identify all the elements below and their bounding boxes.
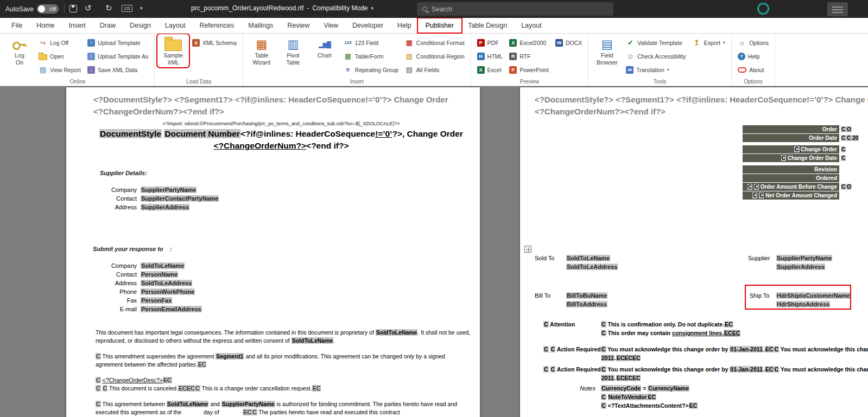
tab-file[interactable]: File — [4, 19, 29, 32]
field-value[interactable]: SupplierAddress — [141, 204, 189, 210]
tab-references[interactable]: References — [192, 19, 241, 32]
autosave-toggle[interactable]: Off — [37, 4, 59, 14]
translation-button[interactable]: Translation — [624, 63, 688, 76]
tab-table-design[interactable]: Table Design — [461, 19, 514, 32]
preview-powerpoint-button[interactable]: PowerPoint — [507, 63, 551, 76]
open-button[interactable]: Open — [36, 50, 83, 62]
sample-xml-label-line1: Sample — [163, 52, 183, 59]
page-right[interactable]: <?DocumentStyle?> <?Segment1?> <?if@inli… — [520, 87, 868, 417]
validate-template-button[interactable]: Validate Template — [624, 36, 688, 49]
supplier-address-field[interactable]: SupplierAddress — [776, 264, 825, 270]
summary-value[interactable]: C C 20 — [839, 134, 868, 142]
summary-label: C Change Order — [743, 145, 839, 153]
pivot-table-label-line1: Pivot — [287, 52, 299, 59]
tab-publisher[interactable]: Publisher — [419, 19, 461, 32]
preview-docx-button[interactable]: DOCX — [553, 36, 584, 49]
preview-rtf-button[interactable]: RTF — [507, 50, 551, 62]
bill-to-name-field[interactable]: BillToBuName — [566, 292, 607, 299]
supplier-name-field[interactable]: SupplierPartyName — [776, 255, 832, 261]
view-report-button[interactable]: View Report — [36, 63, 83, 76]
numbering-quick-access-icon[interactable] — [122, 5, 132, 12]
ribbon-group-tools: Field Browser Validate Template Check Ac… — [588, 34, 732, 86]
export-button[interactable]: Export — [690, 36, 727, 49]
conditional-format-button[interactable]: Conditional Format — [403, 36, 467, 49]
upload-template-as-button[interactable]: Upload Template As — [85, 50, 150, 62]
save-icon[interactable] — [69, 5, 77, 12]
all-fields-button[interactable]: All Fields — [403, 63, 467, 76]
check-accessibility-button[interactable]: Check Accessibility — [624, 50, 688, 62]
options-button[interactable]: Options — [736, 36, 771, 49]
field-value[interactable]: PersonName — [141, 271, 178, 278]
summary-value[interactable]: C O — [839, 183, 868, 191]
table-form-button[interactable]: Table/Form — [341, 50, 401, 62]
repeating-group-button[interactable]: Repeating Group — [341, 63, 401, 76]
tab-help[interactable]: Help — [390, 19, 419, 32]
table-wizard-button[interactable]: Table Wizard — [247, 35, 276, 66]
pivot-table-button[interactable]: Pivot Table — [278, 35, 308, 66]
document-title[interactable]: prc_pocomm_OrderLayoutRedwood.rtf - Comp… — [191, 4, 373, 12]
title-chevron-icon — [371, 5, 373, 11]
conditional-format-label: Conditional Format — [416, 40, 465, 46]
preview-pdf-button[interactable]: PDF — [475, 36, 505, 49]
supplier-company-row: Company SupplierPartyName — [66, 187, 349, 195]
help-button[interactable]: Help — [736, 50, 771, 62]
chart-button[interactable]: Chart — [310, 35, 339, 59]
tab-view[interactable]: View — [316, 19, 345, 32]
field-value[interactable]: SupplierContactPartyName — [141, 195, 219, 202]
tab-draw[interactable]: Draw — [93, 19, 123, 32]
conditional-region-button[interactable]: Conditional Region — [403, 50, 467, 62]
export-dropdown-icon — [723, 40, 725, 45]
log-off-button[interactable]: Log Off — [36, 36, 83, 49]
sold-to-address-field[interactable]: SoldToLeAddress — [566, 264, 618, 270]
action-required-line2-1: 2011.ECECEC — [601, 355, 641, 361]
preview-html-button[interactable]: HTML — [475, 50, 505, 62]
ribbon-group-insert: Table Wizard Pivot Table Chart 123 Field… — [243, 34, 471, 86]
quick-access-more-icon[interactable] — [140, 5, 143, 11]
field-value[interactable]: SoldToLeAddress — [141, 280, 192, 286]
summary-value[interactable]: C O — [839, 125, 868, 133]
tab-table-layout[interactable]: Layout — [514, 19, 549, 32]
sold-to-name-field[interactable]: SoldToLeName — [566, 255, 610, 261]
group-label-preview: Preview — [471, 79, 588, 85]
page-left[interactable]: <?DocumentStyle?> <?Segment1?> <?if@inli… — [66, 87, 480, 417]
table-move-handle[interactable] — [524, 246, 531, 253]
tab-design[interactable]: Design — [123, 19, 158, 32]
account-avatar-ring[interactable] — [757, 3, 769, 15]
upload-template-button[interactable]: Upload Template — [85, 36, 150, 49]
xml-schema-button[interactable]: XML Schema — [190, 36, 239, 49]
action-required-label-2: C C Action Required — [543, 366, 601, 373]
log-on-button[interactable]: Log On — [5, 35, 34, 66]
field-123-button[interactable]: 123 Field — [341, 36, 401, 49]
tab-home[interactable]: Home — [29, 19, 61, 32]
excel-label: Excel — [487, 67, 502, 73]
field-value[interactable]: SoldToLeName — [141, 262, 185, 269]
window-menu-icon[interactable] — [827, 2, 848, 16]
redo-icon[interactable] — [105, 3, 112, 13]
summary-value[interactable]: C — [839, 154, 868, 162]
sample-xml-button[interactable]: Sample XML — [159, 35, 188, 66]
response-address-row: Address SoldToLeAddress — [66, 280, 349, 288]
tab-review[interactable]: Review — [280, 19, 316, 32]
group-label-load-data: Load Data — [155, 79, 243, 85]
save-xml-data-button[interactable]: Save XML Data — [85, 63, 150, 76]
field-value[interactable]: PersonFax — [141, 297, 172, 304]
preview-excel2000-button[interactable]: Excel2000 — [507, 36, 551, 49]
field-123-icon — [344, 39, 352, 47]
field-browser-button[interactable]: Field Browser — [592, 35, 622, 66]
undo-icon[interactable] — [85, 3, 92, 13]
field-value[interactable]: PersonEmailAddress — [141, 306, 202, 312]
about-button[interactable]: About — [736, 63, 771, 76]
tab-mailings[interactable]: Mailings — [241, 19, 280, 32]
preview-excel-button[interactable]: Excel — [475, 63, 505, 76]
summary-value[interactable] — [839, 191, 868, 200]
summary-value[interactable] — [839, 174, 868, 182]
search-box[interactable]: Search — [417, 2, 613, 16]
summary-value[interactable]: C — [839, 145, 868, 153]
tab-insert[interactable]: Insert — [62, 19, 93, 32]
tab-developer[interactable]: Developer — [345, 19, 390, 32]
summary-value[interactable] — [839, 165, 868, 174]
tab-layout[interactable]: Layout — [158, 19, 193, 32]
bill-to-address-field[interactable]: BillToAddress — [566, 301, 607, 307]
field-value[interactable]: PersonWorkPhone — [141, 288, 195, 295]
field-value[interactable]: SupplierPartyName — [141, 187, 197, 193]
